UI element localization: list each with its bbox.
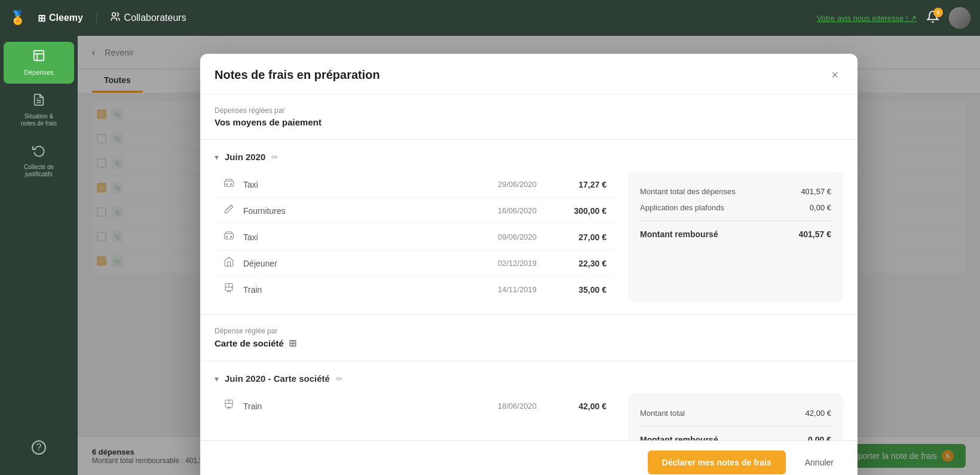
summary-label: Application des plafonds [640,203,724,212]
modal-overlay[interactable]: Notes de frais en préparation × Dépenses… [78,36,980,475]
taxi-icon-2 [222,230,236,244]
dejeuner-icon [222,256,236,270]
expense-name: Fournitures [243,206,491,216]
app-name[interactable]: ⊞ Cleemy [38,13,83,24]
sidebar-label-situation: Situation &notes de frais [21,113,57,127]
sidebar-item-depenses[interactable]: Dépenses [4,42,74,84]
modal-title: Notes de frais en préparation [215,68,380,82]
modal-section-payment: Dépenses réglées par Vos moyens de paiem… [200,94,858,140]
feedback-link[interactable]: Votre avis nous intéresse ! ↗ [817,14,917,23]
summary-row: Montant total 42,00 € [640,405,831,421]
expense-amount: 300,00 € [559,206,607,216]
nav-separator: | [95,12,98,24]
user-avatar[interactable] [949,7,970,29]
modal-header: Notes de frais en préparation × [200,54,858,94]
sidebar-label-depenses: Dépenses [24,69,54,76]
expense-name: Taxi [243,180,491,189]
expense-date: 29/06/2020 [498,180,552,189]
expense-group-header-2: ▾ Juin 2020 - Carte société ✏ [215,373,843,384]
collapse-icon-2[interactable]: ▾ [215,374,219,384]
expense-row: Déjeuner 02/12/2019 22,30 € [215,250,614,277]
summary-value: 0,00 € [810,203,831,212]
expense-group-title-1: Juin 2020 [225,152,265,162]
summary-value: 42,00 € [806,409,831,418]
summary-row: Montant total des dépenses 401,57 € [640,183,831,200]
modal-body[interactable]: Dépenses réglées par Vos moyens de paiem… [200,94,858,440]
sidebar-bottom: ? [23,432,54,470]
svg-point-0 [112,13,115,16]
svg-rect-1 [34,51,44,61]
depenses-icon [32,49,45,65]
modal-close-button[interactable]: × [826,66,843,84]
notification-badge: 0 [933,8,943,17]
edit-icon-1[interactable]: ✏ [271,152,278,162]
expense-group-title-2: Juin 2020 - Carte société [225,373,330,384]
summary-box-2: Montant total 42,00 € Montant remboursé … [628,393,843,440]
modal: Notes de frais en préparation × Dépenses… [200,54,858,475]
top-bar-right: Votre avis nous intéresse ! ↗ 0 [817,7,970,29]
taxi-icon [222,177,236,191]
expense-amount: 22,30 € [559,259,607,268]
collapse-icon-1[interactable]: ▾ [215,152,219,162]
expense-amount: 42,00 € [559,402,607,411]
svg-point-11 [226,236,227,237]
summary-total-label: Montant remboursé [640,435,718,440]
summary-label: Montant total des dépenses [640,187,736,196]
svg-point-8 [231,183,232,185]
sidebar-item-help[interactable]: ? [27,433,51,462]
summary-total-row: Montant remboursé 401,57 € [640,226,831,243]
summary-total-label: Montant remboursé [640,229,718,239]
svg-point-12 [231,236,232,237]
expense-row: Taxi 29/06/2020 17,27 € [215,171,614,198]
expense-date: 14/11/2019 [498,285,552,294]
expense-name: Taxi [243,232,491,242]
expense-row: Train 18/06/2020 42,00 € [215,393,614,419]
summary-value: 401,57 € [801,187,831,196]
section-subtitle-2: Dépense réglée par [215,327,843,335]
expense-group-header-1: ▾ Juin 2020 ✏ [215,152,843,162]
expense-group-content-2: Train 18/06/2020 42,00 € Montant total [215,393,843,440]
expense-amount: 35,00 € [559,285,607,295]
section-subtitle-1: Dépenses réglées par [215,106,843,115]
modal-section-carte: Dépense réglée par Carte de société ⊞ [200,315,858,361]
sidebar-item-collecte[interactable]: Collecte dejustificatifs [4,137,74,185]
summary-divider [640,220,831,221]
situation-icon [32,93,45,109]
summary-label: Montant total [640,409,685,418]
annuler-button[interactable]: Annuler [795,451,843,474]
summary-divider [640,426,831,427]
declarer-button[interactable]: Déclarer mes notes de frais [648,451,786,474]
app-logo: 🏅 [10,10,26,26]
grid-icon: ⊞ [38,13,45,24]
train-icon [222,283,236,296]
edit-icon-2[interactable]: ✏ [336,374,343,384]
expense-name: Train [243,285,491,295]
summary-row: Application des plafonds 0,00 € [640,200,831,216]
expense-amount: 27,00 € [559,232,607,242]
summary-total-row: Montant remboursé 0,00 € [640,431,831,440]
app-shell: 🏅 ⊞ Cleemy | Collaborateurs Votre avis n… [0,0,980,475]
notification-bell[interactable]: 0 [926,10,939,26]
expense-group-2: ▾ Juin 2020 - Carte société ✏ [200,361,858,440]
top-bar: 🏅 ⊞ Cleemy | Collaborateurs Votre avis n… [0,0,980,36]
expense-date: 16/06/2020 [498,206,552,215]
summary-box-1: Montant total des dépenses 401,57 € Appl… [628,171,843,302]
expense-group-1: ▾ Juin 2020 ✏ [200,140,858,315]
expense-list-2: Train 18/06/2020 42,00 € [215,393,614,440]
expense-list-1: Taxi 29/06/2020 17,27 € [215,171,614,302]
top-section-label[interactable]: Collaborateurs [110,11,186,24]
summary-total-value: 0,00 € [808,435,831,440]
users-icon [110,11,121,24]
expense-name: Train [243,402,491,411]
section-title-1: Vos moyens de paiement [215,117,843,127]
sidebar-label-collecte: Collecte dejustificatifs [24,164,54,178]
svg-point-7 [226,183,227,185]
sidebar-item-situation[interactable]: Situation &notes de frais [4,86,74,134]
expense-name: Déjeuner [243,259,491,268]
page-area: ‹ Revenir Toutes ✓ 📎 📎 📎 [78,36,980,475]
section-title-2: Carte de société ⊞ [215,338,843,349]
logo-icon: 🏅 [10,10,26,26]
expense-row: Taxi 09/06/2020 27,00 € [215,224,614,250]
expense-date: 09/06/2020 [498,232,552,241]
expense-row: Train 14/11/2019 35,00 € [215,277,614,302]
